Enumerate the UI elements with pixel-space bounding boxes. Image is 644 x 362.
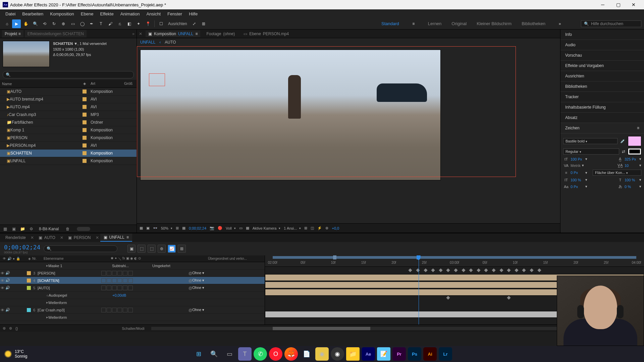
footage-tab[interactable]: Footage (ohne) [204,31,237,37]
keyframe[interactable] [446,268,450,272]
project-item[interactable]: 📁 Farbflächen Ordner [0,119,137,126]
keyframe[interactable] [446,296,450,300]
home-tool[interactable]: ⌂ [3,19,11,28]
project-search[interactable]: 🔍 [3,71,134,78]
roi-btn[interactable]: ▭ [239,226,243,230]
project-item[interactable]: ▣ PERSON Komposition [0,134,137,142]
hscale-value[interactable]: 100 % [625,178,638,182]
tsume-value[interactable]: 0 % [625,185,638,189]
project-item[interactable]: ▶ PERSON.mp4 AVI [0,142,137,149]
font-style-dropdown[interactable]: Regular [563,148,619,155]
leading-value[interactable]: 325 Px [625,157,638,161]
fill-color-swatch[interactable] [628,136,641,146]
eraser-tool[interactable]: ◧ [125,19,133,28]
snap-checkbox[interactable]: ☐ [157,19,165,28]
taskbar-ai[interactable]: Ai [423,347,437,361]
keyframe[interactable] [537,268,541,272]
tl-tab-person[interactable]: ▣ PERSON [65,234,94,241]
stroke-swap-icon[interactable]: ⇄ [622,149,625,154]
solo-col-icon[interactable]: ● [13,257,15,260]
taskbar-obs[interactable]: ◉ [331,347,344,361]
taskbar-weather[interactable]: 13°C Sonnig [4,349,27,359]
keyframe[interactable] [416,268,420,272]
timeline-row[interactable]: ⟐Audiopegel+0,00dB [0,292,265,299]
eye-col-icon[interactable]: 👁 [3,257,6,260]
grid-btn[interactable]: ▦ [246,226,249,230]
lock-col-icon[interactable]: 🔒 [16,257,20,260]
taskbar-discord[interactable]: ◉ [315,347,329,361]
project-item[interactable]: ▣ SCHATTEN Komposition [0,149,137,157]
interpret-btn[interactable]: ▦ [2,226,8,232]
timeline-row[interactable]: ▸Wellenform [0,314,265,321]
toggle-switch[interactable] [77,227,90,231]
project-item[interactable]: ▣ AUTO Komposition [0,88,137,96]
taskbar-ps[interactable]: Ps [408,347,421,361]
view-opt3[interactable]: ⚡ [317,226,322,230]
switches-modes-toggle[interactable]: Schalter/Modi [122,326,144,330]
bit-depth[interactable]: 8-Bit-Kanal [39,227,59,231]
taskbar-notes[interactable]: 📝 [377,347,390,361]
stroke-mode-dropdown[interactable]: Fläche über Kon... [593,170,641,176]
eyedropper-icon[interactable]: 💉 [620,139,625,143]
tl-snap-btn[interactable]: ⊞ [178,245,186,253]
keyframe[interactable] [409,268,412,272]
new-comp-btn[interactable]: ▣ [11,226,17,232]
panel-overflow-icon[interactable]: » [132,32,135,36]
taskbar-app[interactable]: 📄 [300,347,313,361]
taskbar-firefox[interactable]: 🦊 [284,347,298,361]
toggle-btn2[interactable]: ⊚ [9,326,12,330]
mask-btn[interactable]: 👓 [153,226,158,230]
menu-animation[interactable]: Animation [117,10,143,18]
menu-hilfe[interactable]: Hilfe [185,10,201,18]
res-btn1[interactable]: ⊞ [176,226,179,230]
baseline-value[interactable]: 0 Px [571,185,584,189]
timeline-search[interactable]: 🔍 [44,245,117,252]
project-item[interactable]: ▶ AUTO.mp4 AVI [0,103,137,111]
comp-settings-btn[interactable]: ⚙ [28,226,34,232]
taskbar-explorer[interactable]: 📁 [346,347,360,361]
alpha-btn[interactable]: ▦ [140,226,143,230]
keyframe[interactable] [484,268,488,272]
col-name-header[interactable]: Name [0,80,80,87]
col-size-header[interactable]: Größ [122,80,136,87]
project-item[interactable]: ▣ UNFALL Komposition [0,157,137,165]
effect-controls-tab[interactable]: Effekteinstellungen SCHATTEN [25,30,87,38]
close-button[interactable]: ✕ [626,0,641,9]
snapshot-btn[interactable]: 📷 [210,226,214,230]
timeline-row[interactable]: ▸Wellenform [0,299,265,306]
taskbar-search[interactable]: 🔍 [207,347,221,361]
views-dropdown[interactable]: 1 Ansi... [284,226,301,230]
anchor-tool[interactable]: ⊕ [59,19,68,28]
project-item[interactable]: ▣ Komp 1 Komposition [0,126,137,134]
tracking-value[interactable]: 10 [625,164,638,168]
trash-btn[interactable]: 🗑 [65,226,71,232]
vscale-value[interactable]: 100 % [571,178,584,182]
menu-effekte[interactable]: Effekte [97,10,117,18]
puppet-tool[interactable]: 📍 [144,19,152,28]
font-family-dropdown[interactable]: Bastile bold [563,138,618,144]
panel-tracker[interactable]: Tracker [560,92,644,102]
timeline-row[interactable]: 👁🔊 5[AUTO] @ Ohne ▾ [0,284,265,292]
menu-fenster[interactable]: Fenster [164,10,185,18]
rectangle-tool[interactable]: ▭ [68,19,77,28]
work-area-start[interactable] [333,255,336,259]
timecode-display[interactable]: 0;00;02;24 [189,226,206,230]
menu-ebene[interactable]: Ebene [77,10,97,18]
panel-info[interactable]: Info [560,29,644,40]
res-btn2[interactable]: ▦ [182,226,185,230]
col-parent[interactable]: Übergeordnet und verkn... [208,257,252,260]
tl-tab-renderliste[interactable]: Renderliste [2,234,29,241]
tl-mb-btn[interactable]: ⊚ [158,245,166,253]
snap-opt1[interactable]: ⤢ [190,19,199,28]
keyframe[interactable] [499,268,503,272]
panel-fill[interactable]: Inhaltsbasierte Füllung [560,102,644,113]
audio-col-icon[interactable]: 🔊 [7,257,11,260]
new-folder-btn[interactable]: 📁 [19,226,25,232]
menu-ansicht[interactable]: Ansicht [143,10,164,18]
workspace-bibliotheken[interactable]: Bibliotheken [522,21,545,26]
col-label-header[interactable]: ◈ [80,80,89,87]
taskbar-ae[interactable]: Ae [362,347,375,361]
keyframe[interactable] [492,268,495,272]
taskbar-pr[interactable]: Pr [392,347,406,361]
project-tab[interactable]: Projekt ≡ [2,30,23,38]
